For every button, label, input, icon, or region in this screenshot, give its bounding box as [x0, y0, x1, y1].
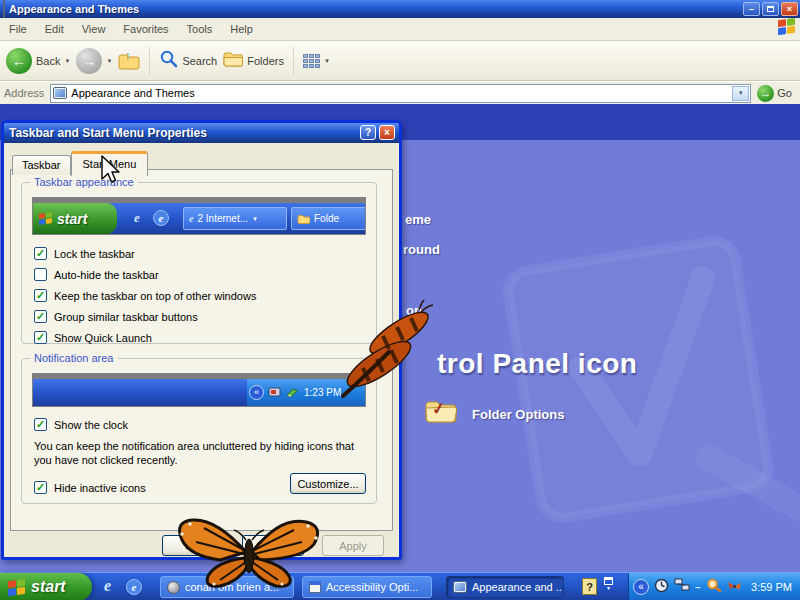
- notification-preview-image: « 1:23 PM: [32, 373, 366, 407]
- mouse-cursor: [100, 155, 122, 189]
- up-button[interactable]: ↑: [118, 52, 140, 70]
- forward-button[interactable]: → ▼: [76, 48, 112, 74]
- butterfly-closed-wings-overlay: [333, 300, 439, 406]
- address-bar: Address Appearance and Themes ▼ → Go: [0, 81, 800, 104]
- back-dropdown-icon[interactable]: ▼: [64, 58, 70, 64]
- search-icon: [159, 49, 178, 72]
- menu-favorites[interactable]: Favorites: [114, 23, 177, 35]
- toolbar-separator: [149, 47, 150, 75]
- menu-help[interactable]: Help: [221, 23, 262, 35]
- preview-start-button: start: [33, 203, 117, 234]
- start-flag-icon: [8, 578, 25, 595]
- toolbar-separator: [293, 47, 294, 75]
- preview-task-folder: Folde: [291, 207, 366, 230]
- desktop-screen: Appearance and Themes – × File Edit View…: [0, 0, 800, 600]
- tray-chevron-icon[interactable]: «: [633, 579, 649, 595]
- preview-task-internet: e 2 Internet... ▼: [183, 207, 287, 230]
- tray-clock-icon[interactable]: [654, 578, 669, 597]
- standard-toolbar: ← Back ▼ → ▼ ↑ Search Folders: [0, 41, 800, 81]
- butterfly-monarch-overlay: [168, 508, 328, 596]
- back-icon: ←: [6, 48, 32, 74]
- menu-file[interactable]: File: [0, 23, 36, 35]
- tray-search-icon[interactable]: [706, 578, 722, 597]
- folder-options-item[interactable]: ✓ Folder Options: [424, 398, 564, 430]
- appearance-theme-icon: [453, 581, 467, 593]
- preview-chevron-icon: «: [249, 385, 264, 400]
- dialog-title: Taskbar and Start Menu Properties: [9, 126, 207, 140]
- address-page-icon: [53, 87, 67, 99]
- forward-icon: →: [76, 48, 102, 74]
- views-icon: [303, 54, 320, 68]
- menu-tools[interactable]: Tools: [178, 23, 222, 35]
- window-title: Appearance and Themes: [9, 3, 139, 15]
- system-taskbar: start e e conan om brien a... Accessibil…: [0, 572, 800, 600]
- customize-button[interactable]: Customize...: [290, 473, 366, 494]
- taskbar-appearance-group: Taskbar appearance start e e e 2 Interne…: [21, 182, 377, 344]
- windows-logo-icon: [778, 19, 795, 34]
- desktop-toolbar-icon[interactable]: ▼: [604, 577, 613, 591]
- tray-network-icon[interactable]: [674, 578, 690, 596]
- checkbox-box[interactable]: ✓: [34, 289, 47, 302]
- views-dropdown-icon[interactable]: ▼: [324, 58, 330, 64]
- dialog-help-button[interactable]: ?: [360, 125, 376, 140]
- system-tray: « – 3:59 PM: [628, 573, 800, 600]
- notification-area-label: Notification area: [30, 352, 118, 364]
- close-button[interactable]: ×: [781, 2, 798, 16]
- checkbox-box[interactable]: ✓: [34, 247, 47, 260]
- preview-shield-tray-icon: [285, 384, 298, 402]
- folders-button[interactable]: Folders: [223, 51, 284, 71]
- restore-button[interactable]: [762, 2, 779, 16]
- checkbox-box[interactable]: ✓: [34, 310, 47, 323]
- forward-dropdown-icon[interactable]: ▼: [106, 58, 112, 64]
- address-dropdown-button[interactable]: ▼: [732, 86, 749, 101]
- checkbox-show-quick-launch[interactable]: ✓ Show Quick Launch: [34, 330, 152, 345]
- control-panel-heading-partial: trol Panel icon: [437, 348, 637, 380]
- views-button[interactable]: ▼: [303, 54, 330, 68]
- tab-taskbar[interactable]: Taskbar: [12, 155, 71, 175]
- tray-clock-time[interactable]: 3:59 PM: [751, 581, 792, 593]
- notification-description: You can keep the notification area unclu…: [34, 439, 372, 467]
- checkbox-hide-inactive[interactable]: ✓ Hide inactive icons: [34, 480, 146, 495]
- address-value: Appearance and Themes: [71, 87, 194, 99]
- folder-options-label: Folder Options: [472, 407, 564, 422]
- checkbox-box[interactable]: ✓: [34, 481, 47, 494]
- task-link-clipped-theme[interactable]: eme: [405, 212, 431, 227]
- go-icon: →: [757, 85, 774, 102]
- dialog-close-button[interactable]: ×: [379, 125, 395, 140]
- menu-bar: File Edit View Favorites Tools Help: [0, 18, 800, 41]
- language-indicator-icon[interactable]: ?: [582, 578, 597, 595]
- quicklaunch-messenger-icon[interactable]: e: [126, 579, 142, 595]
- up-folder-icon: ↑: [118, 52, 140, 70]
- control-panel-watermark: [470, 220, 800, 569]
- quicklaunch-ie-icon[interactable]: e: [104, 577, 111, 595]
- address-input[interactable]: Appearance and Themes ▼: [50, 84, 751, 103]
- window-titlebar: Appearance and Themes – ×: [0, 0, 800, 18]
- checkbox-box[interactable]: [34, 268, 47, 281]
- checkbox-show-clock[interactable]: ✓ Show the clock: [34, 417, 128, 432]
- checkbox-keep-on-top[interactable]: ✓ Keep the taskbar on top of other windo…: [34, 288, 256, 303]
- preview-ie-icon: e: [129, 210, 145, 226]
- dialog-titlebar: Taskbar and Start Menu Properties ? ×: [4, 123, 399, 143]
- checkbox-group-buttons[interactable]: ✓ Group similar taskbar buttons: [34, 309, 198, 324]
- preview-display-tray-icon: [268, 384, 281, 402]
- taskbar-preview-image: start e e e 2 Internet... ▼ Folde: [32, 197, 366, 235]
- checkbox-box[interactable]: ✓: [34, 418, 47, 431]
- start-button[interactable]: start: [0, 573, 92, 600]
- checkbox-lock-taskbar[interactable]: ✓ Lock the taskbar: [34, 246, 135, 261]
- back-button[interactable]: ← Back ▼: [6, 48, 70, 74]
- menu-edit[interactable]: Edit: [36, 23, 73, 35]
- go-button[interactable]: → Go: [757, 85, 796, 102]
- folders-icon: [223, 51, 243, 71]
- menu-view[interactable]: View: [73, 23, 115, 35]
- task-button-appearance[interactable]: Appearance and ...: [446, 576, 564, 598]
- checkbox-box[interactable]: ✓: [34, 331, 47, 344]
- checkbox-autohide-taskbar[interactable]: Auto-hide the taskbar: [34, 267, 159, 282]
- tray-dash-icon: –: [695, 582, 701, 593]
- address-label: Address: [4, 87, 44, 99]
- minimize-button[interactable]: –: [743, 2, 760, 16]
- tray-butterfly-icon[interactable]: [727, 578, 742, 596]
- search-button[interactable]: Search: [159, 49, 217, 72]
- apply-button[interactable]: Apply: [322, 535, 384, 556]
- dialog-tabs: Taskbar Start Menu: [12, 150, 148, 175]
- task-link-clipped-background[interactable]: round: [403, 242, 440, 257]
